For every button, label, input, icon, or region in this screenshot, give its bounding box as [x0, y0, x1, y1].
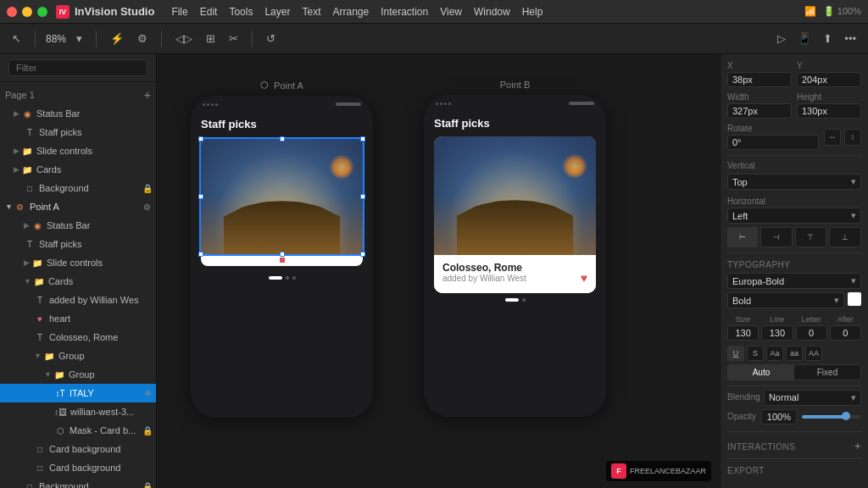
select-tool[interactable]: ↖ — [8, 30, 25, 47]
layer-item-staffpicks-a[interactable]: T Staff picks — [0, 235, 156, 253]
refresh-btn[interactable]: ↺ — [263, 30, 279, 47]
tool-group-select: ↖ — [8, 30, 25, 47]
color-swatch[interactable] — [848, 292, 861, 306]
app-icon: IV — [56, 5, 70, 19]
text-aa2-btn[interactable]: aa — [786, 346, 803, 361]
vertical-value[interactable]: Top▾ — [727, 174, 861, 190]
x-value[interactable]: 38px — [727, 72, 792, 87]
menu-edit[interactable]: Edit — [200, 6, 218, 18]
letter-value[interactable]: 0 — [796, 325, 827, 341]
layer-item-slidecontrols-1[interactable]: ▶ 📁 Slide controls — [0, 141, 156, 160]
align-left-btn[interactable]: ⊢ — [727, 227, 758, 247]
layer-item-mask-a[interactable]: ⬡ Mask - Card b... 🔒 — [0, 421, 156, 440]
align-center-btn[interactable]: ⊣ — [760, 227, 793, 247]
toolbar-separator-3 — [161, 30, 162, 47]
menu-window[interactable]: Window — [474, 6, 510, 18]
close-button[interactable] — [7, 7, 17, 17]
align-center-btn[interactable]: ⊞ — [203, 30, 219, 47]
layer-item-group-inner-a[interactable]: ▼ 📁 Group — [0, 365, 156, 384]
layer-item-statusbar-a[interactable]: ▶ ◉ Status Bar — [0, 216, 156, 235]
layer-item-cardbg1-a[interactable]: □ Card background — [0, 440, 156, 458]
maximize-button[interactable] — [37, 7, 47, 17]
menu-text[interactable]: Text — [302, 6, 320, 18]
divider-1 — [727, 155, 861, 156]
text-underline-btn[interactable]: U — [727, 346, 744, 361]
minimize-button[interactable] — [22, 7, 32, 17]
add-interaction-btn[interactable]: + — [854, 439, 861, 452]
line-value[interactable]: 130 — [761, 325, 793, 341]
fixed-btn[interactable]: Fixed — [794, 365, 860, 380]
auto-btn[interactable]: Auto — [728, 365, 794, 380]
filter-input[interactable] — [8, 59, 147, 76]
artboard-b-label: Point B — [500, 80, 530, 90]
font-style[interactable]: Bold▾ — [727, 292, 844, 308]
divider-3 — [727, 385, 861, 386]
layer-item-background-a[interactable]: □ Background 🔒 — [0, 477, 156, 488]
blending-value[interactable]: Normal▾ — [764, 390, 861, 406]
height-value[interactable]: 130px — [797, 103, 861, 119]
menu-view[interactable]: View — [440, 6, 462, 18]
menu-layer[interactable]: Layer — [264, 6, 290, 18]
flip-h-btn[interactable]: ↔ — [824, 129, 841, 146]
section-header-point-a[interactable]: ▼ ⚙ Point A ⚙ — [0, 197, 156, 216]
align-left-btn[interactable]: ◁▷ — [172, 30, 196, 47]
y-value[interactable]: 204px — [797, 72, 861, 87]
layer-item-group-a[interactable]: ▼ 📁 Group — [0, 347, 156, 365]
layer-item-cards-1[interactable]: ▶ 📁 Cards — [0, 160, 156, 179]
opacity-value[interactable]: 100% — [761, 409, 797, 424]
left-panel: Page 1 + ▶ ◉ Status Bar T Staff picks ▶ … — [0, 54, 157, 488]
layer-item-slidecontrols-a[interactable]: ▶ 📁 Slide controls — [0, 253, 156, 272]
layer-item-cardbg2-a[interactable]: □ Card background — [0, 458, 156, 477]
zoom-dropdown[interactable]: ▾ — [73, 30, 86, 47]
menu-tools[interactable]: Tools — [229, 6, 253, 18]
card-b: Colosseo, Rome added by Willian West ♥ — [434, 136, 596, 293]
device-btn[interactable]: 📱 — [794, 30, 815, 47]
y-label: Y — [797, 61, 861, 70]
layer-item-statusbar-1[interactable]: ▶ ◉ Status Bar — [0, 104, 156, 123]
text-AA-btn[interactable]: AA — [805, 346, 822, 361]
layer-item-willianwest-a[interactable]: ↕🖼 willian-west-3... — [0, 402, 156, 421]
opacity-slider[interactable] — [802, 415, 861, 419]
card-b-sub: added by Willian West — [442, 274, 587, 283]
menu-help[interactable]: Help — [522, 6, 543, 18]
width-value[interactable]: 327px — [727, 103, 792, 119]
more-btn[interactable]: ••• — [841, 30, 860, 47]
menu-bar: File Edit Tools Layer Text Arrange Inter… — [171, 6, 542, 18]
layer-eye-icon[interactable]: 👁 — [144, 389, 153, 398]
layer-item-addedby-a[interactable]: T added by Willian Wes — [0, 291, 156, 309]
layer-item-colosseo-a[interactable]: T Colosseo, Rome — [0, 328, 156, 347]
toolbar-separator-2 — [96, 30, 97, 47]
text-strikethrough-btn[interactable]: S — [747, 346, 764, 361]
text-aa-btn[interactable]: Aa — [766, 346, 783, 361]
zoom-level[interactable]: 88% — [46, 33, 66, 45]
point-a-settings-icon[interactable]: ⚙ — [143, 202, 151, 212]
settings-btn[interactable]: ⚙ — [134, 30, 151, 47]
fb-text: FREELANCEBAZAAR — [630, 467, 706, 475]
menu-interaction[interactable]: Interaction — [381, 6, 428, 18]
flip-v-btn[interactable]: ↕ — [844, 129, 861, 146]
share-btn[interactable]: ⬆ — [820, 30, 836, 47]
layer-item-italy-a[interactable]: ↕T ITALY 👁 — [0, 384, 156, 402]
cut-btn[interactable]: ✂ — [225, 30, 242, 47]
main-layout: Page 1 + ▶ ◉ Status Bar T Staff picks ▶ … — [0, 54, 868, 488]
rotate-value[interactable]: 0° — [727, 135, 819, 150]
font-name[interactable]: Europa-Bold▾ — [727, 273, 861, 289]
align-bottom-btn[interactable]: ⊥ — [829, 227, 861, 247]
layer-item-heart-a[interactable]: ♥ heart — [0, 309, 156, 328]
layer-item-staffpicks-1[interactable]: T Staff picks — [0, 123, 156, 141]
size-value[interactable]: 130 — [727, 325, 759, 341]
card-a — [201, 137, 363, 256]
preview-btn[interactable]: ▷ — [774, 30, 789, 47]
menu-arrange[interactable]: Arrange — [332, 6, 369, 18]
add-page-btn[interactable]: + — [144, 88, 151, 102]
horizontal-value[interactable]: Left▾ — [727, 208, 861, 224]
after-value[interactable]: 0 — [830, 325, 861, 341]
layer-item-cards-a[interactable]: ▼ 📁 Cards — [0, 272, 156, 291]
lightning-btn[interactable]: ⚡ — [107, 30, 127, 47]
fb-logo: F — [611, 463, 626, 479]
canvas-area[interactable]: ⬡ Point A Staff picks — [157, 54, 720, 488]
menu-file[interactable]: File — [171, 6, 187, 18]
align-right-btn[interactable]: ⊤ — [795, 227, 827, 247]
layer-item-background-1[interactable]: □ Background 🔒 — [0, 179, 156, 197]
size-label: Size — [727, 315, 759, 324]
